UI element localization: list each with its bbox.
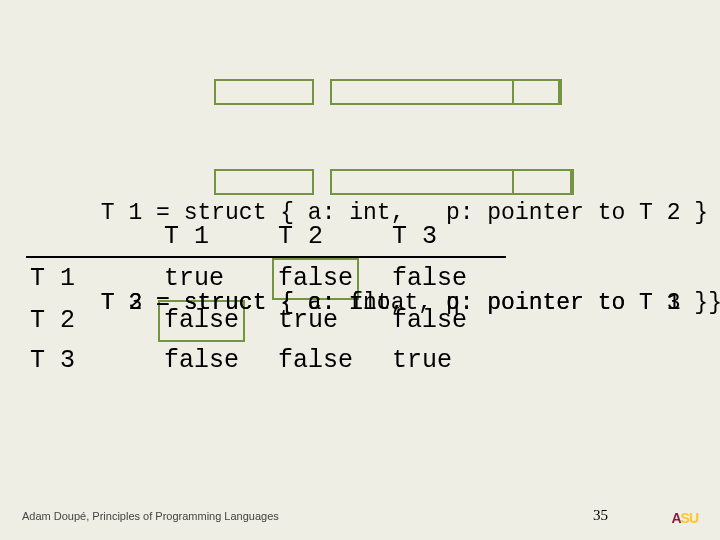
logo-a: A	[671, 510, 680, 526]
table-cell: true	[392, 342, 506, 380]
type-definitions: T 1 = struct { a: int, p: pointer to T 2…	[18, 18, 720, 348]
highlight-box	[512, 169, 572, 195]
page-number: 35	[593, 507, 608, 524]
highlight-box	[214, 79, 314, 105]
highlight-box	[512, 79, 560, 105]
def-line-1: T 1 = struct { a: int, p: pointer to T 2…	[18, 78, 720, 108]
footer-credits: Adam Doupé, Principles of Programming La…	[22, 510, 279, 522]
asu-logo: ASU	[671, 510, 698, 526]
def-text: T 1 = struct { a: int, p: pointer to T 2…	[101, 200, 708, 226]
slide: T 1 = struct { a: int, p: pointer to T 2…	[0, 0, 720, 540]
table-row: T 3 false false true	[26, 342, 506, 380]
table-cell: false	[164, 342, 278, 380]
footer: Adam Doupé, Principles of Programming La…	[22, 504, 698, 522]
def-text: T 3 = struct { a: float, p: pointer to T…	[101, 290, 708, 316]
logo-su: SU	[681, 510, 698, 526]
highlight-box	[214, 169, 314, 195]
def-line-2: T 2 = struct { c: int, q: pointer to T 3…	[18, 168, 720, 198]
table-cell: false	[278, 342, 392, 380]
row-header: T 3	[26, 342, 164, 380]
